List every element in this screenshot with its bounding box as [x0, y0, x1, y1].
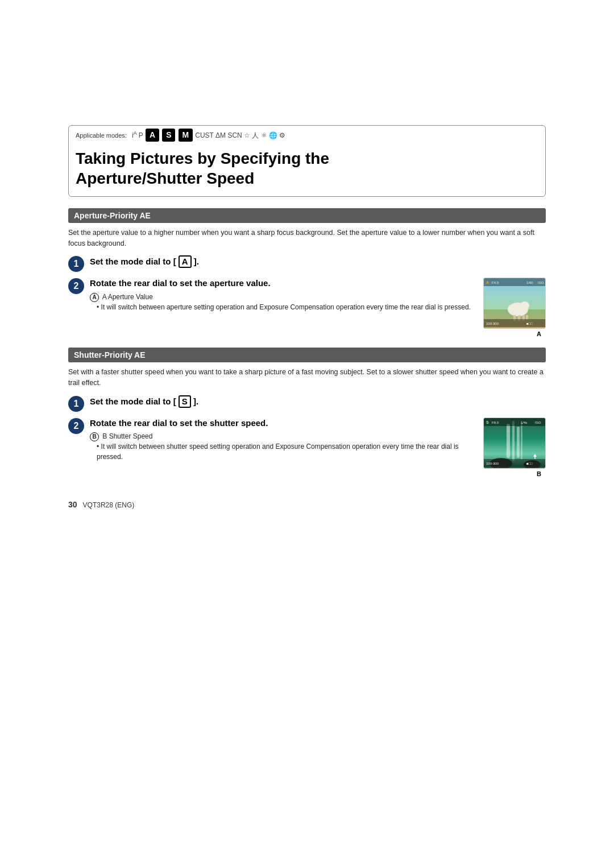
step2a-title: Rotate the rear dial to set the aperture… [90, 278, 478, 289]
svg-rect-19 [517, 427, 520, 458]
step1-mode-A: A [179, 255, 192, 268]
note-a-label: A A Aperture Value [90, 292, 478, 302]
mode-s-box: S [162, 129, 175, 142]
svg-text:F4.0: F4.0 [492, 281, 499, 284]
step2a-number: 2 [68, 278, 84, 294]
note-a-text: A Aperture Value [102, 293, 153, 301]
section2-header: Shutter-Priority AE [68, 348, 546, 362]
svg-rect-7 [526, 315, 528, 320]
section2-step2: 2 Rotate the rear dial to set the shutte… [68, 418, 546, 477]
waterfall-svg: S F8.0 1/4s ISO 100-300 ■□□ [484, 418, 546, 469]
mode-ia: iA [132, 131, 137, 139]
svg-text:1/4s: 1/4s [521, 421, 527, 424]
bullet-a: It will switch between aperture setting … [90, 302, 478, 312]
svg-text:■□□: ■□□ [526, 322, 533, 325]
step2b-number: 2 [68, 418, 84, 434]
applicable-modes-label: Applicable modes: iA P A S M CUST ΔM SCN… [76, 129, 538, 142]
svg-rect-18 [512, 421, 515, 461]
svg-point-3 [520, 301, 529, 309]
page-number: 30 [68, 500, 77, 509]
applicable-modes-box: Applicable modes: iA P A S M CUST ΔM SCN… [68, 125, 546, 197]
section2-header-text: Shutter-Priority AE [74, 350, 146, 359]
note-b-text: B Shutter Speed [102, 432, 152, 440]
step1b-content: Set the mode dial to [ S ]. [90, 395, 546, 408]
svg-text:100-300: 100-300 [486, 322, 499, 325]
svg-text:■□□: ■□□ [526, 462, 533, 465]
step2a-content: Rotate the rear dial to set the aperture… [90, 278, 478, 312]
circle-b: B [90, 432, 99, 441]
title-line2: Aperture/Shutter Speed [76, 170, 254, 187]
section1-header: Aperture-Priority AE [68, 208, 546, 223]
svg-rect-20 [521, 423, 522, 460]
step2b-title: Rotate the rear dial to set the shutter … [90, 418, 478, 429]
section1-image-wrapper: A F4.0 1/60 ISO 100-300 ■□□ A [483, 278, 546, 337]
page-content: Applicable modes: iA P A S M CUST ΔM SCN… [0, 0, 614, 868]
step1-content: Set the mode dial to [ A ]. [90, 255, 546, 268]
section2-image-wrapper: S F8.0 1/4s ISO 100-300 ■□□ B [483, 418, 546, 477]
section2-description: Set with a faster shutter speed when you… [68, 367, 546, 388]
step1b-number: 1 [68, 396, 84, 412]
step1-title: Set the mode dial to [ A ]. [90, 255, 546, 268]
svg-text:100-300: 100-300 [486, 462, 499, 465]
main-title: Taking Pictures by Specifying the Apertu… [76, 146, 538, 188]
goat-svg: A F4.0 1/60 ISO 100-300 ■□□ [484, 278, 546, 329]
section2-step1: 1 Set the mode dial to [ S ]. [68, 395, 546, 412]
step1b-mode-S: S [179, 395, 191, 408]
modes-label-text: Applicable modes: [76, 132, 127, 139]
bullet-b: It will switch between shutter speed set… [90, 441, 478, 462]
svg-text:S: S [486, 420, 489, 424]
section1-description: Set the aperture value to a higher numbe… [68, 228, 546, 249]
page-footer: 30 VQT3R28 (ENG) [68, 500, 546, 509]
mode-scn: ΔM SCN [215, 131, 244, 139]
mode-a-box: A [146, 129, 159, 142]
step1-number: 1 [68, 256, 84, 272]
section1-step2: 2 Rotate the rear dial to set the apertu… [68, 278, 546, 337]
step2b-notes: B B Shutter Speed It will switch between… [90, 431, 478, 462]
cam-screen-2: S F8.0 1/4s ISO 100-300 ■□□ [484, 418, 545, 468]
section1-header-text: Aperture-Priority AE [74, 211, 151, 220]
footer-code: VQT3R28 (ENG) [83, 501, 135, 509]
svg-text:A: A [486, 280, 489, 284]
section-shutter: Shutter-Priority AE Set with a faster sh… [68, 348, 546, 477]
section-aperture: Aperture-Priority AE Set the aperture va… [68, 208, 546, 338]
svg-text:ISO: ISO [535, 421, 541, 424]
label-b-below: B [537, 470, 546, 477]
mode-p: P [139, 131, 145, 139]
aperture-camera-image: A F4.0 1/60 ISO 100-300 ■□□ [483, 278, 546, 329]
title-line1: Taking Pictures by Specifying the [76, 150, 329, 167]
svg-rect-17 [507, 424, 510, 458]
mode-icons: ☆ 人 ⚛ 🌐 ⚙ [244, 131, 285, 139]
step1b-title: Set the mode dial to [ S ]. [90, 395, 546, 408]
step1b-number-text: 1 [74, 399, 79, 409]
goat-background: A F4.0 1/60 ISO 100-300 ■□□ [484, 278, 545, 328]
svg-text:ISO: ISO [538, 281, 544, 284]
shutter-camera-image: S F8.0 1/4s ISO 100-300 ■□□ [483, 418, 546, 469]
mode-cust: CUST [195, 131, 215, 139]
step2b-number-text: 2 [74, 421, 79, 431]
section2-step2-left: 2 Rotate the rear dial to set the shutte… [68, 418, 478, 462]
mode-m-box: M [179, 129, 193, 142]
cam-screen-1: A F4.0 1/60 ISO 100-300 ■□□ [484, 278, 545, 328]
section1-step1: 1 Set the mode dial to [ A ]. [68, 255, 546, 272]
step2b-content: Rotate the rear dial to set the shutter … [90, 418, 478, 462]
label-a-below: A [537, 330, 546, 337]
section1-step2-left: 2 Rotate the rear dial to set the apertu… [68, 278, 478, 312]
svg-text:F8.0: F8.0 [492, 421, 499, 424]
step1-number-text: 1 [74, 259, 79, 269]
step2a-number-text: 2 [74, 281, 79, 291]
svg-text:1/60: 1/60 [526, 281, 533, 284]
note-b-label: B B Shutter Speed [90, 431, 478, 441]
step2a-notes: A A Aperture Value It will switch betwee… [90, 292, 478, 312]
circle-a: A [90, 293, 99, 302]
